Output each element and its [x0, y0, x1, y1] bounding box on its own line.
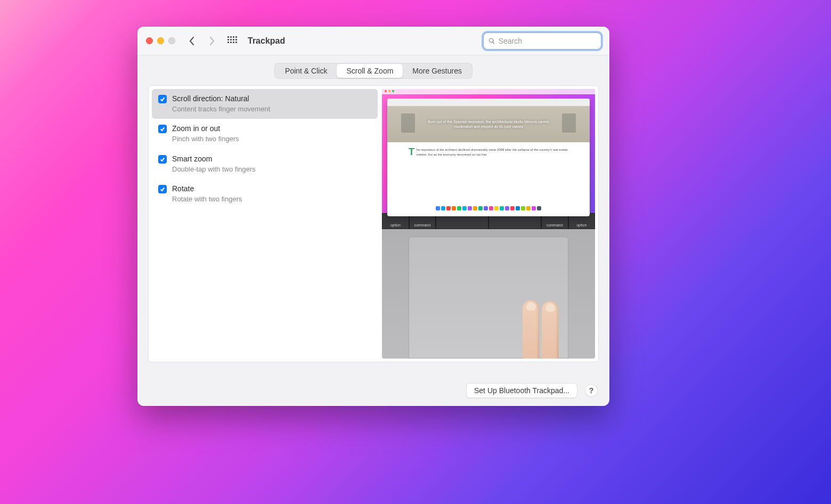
preview-trackpad-area: [382, 229, 595, 359]
help-button[interactable]: ?: [585, 384, 598, 397]
checkbox-zoom[interactable]: [158, 125, 167, 133]
option-title: Rotate: [172, 184, 242, 194]
content-area: Scroll direction: Natural Content tracks…: [148, 85, 599, 362]
nav-arrows: [188, 37, 216, 45]
tab-point-and-click[interactable]: Point & Click: [275, 64, 337, 78]
svg-rect-3: [235, 36, 237, 38]
preview-desktop: Born out of the Spanish recession, the a…: [382, 89, 595, 213]
checkmark-icon: [160, 157, 165, 162]
preview-hero-text: Born out of the Spanish recession, the a…: [428, 119, 549, 129]
search-input[interactable]: [499, 37, 596, 45]
option-rotate[interactable]: Rotate Rotate with two fingers: [152, 179, 378, 209]
option-subtitle: Rotate with two fingers: [172, 194, 242, 204]
window-controls: [146, 37, 175, 44]
checkbox-rotate[interactable]: [158, 185, 167, 193]
option-scroll-direction[interactable]: Scroll direction: Natural Content tracks…: [152, 89, 378, 119]
svg-rect-9: [230, 42, 232, 43]
tab-more-gestures[interactable]: More Gestures: [403, 64, 471, 78]
preview-browser-window: Born out of the Spanish recession, the a…: [387, 99, 590, 216]
window-title: Trackpad: [248, 36, 285, 46]
preview-dropcap: T: [409, 148, 414, 156]
close-window-button[interactable]: [146, 37, 153, 44]
finger-icon: [542, 301, 559, 359]
preview-traffic-lights: [385, 90, 394, 92]
zoom-window-button: [168, 37, 175, 44]
trackpad-preferences-window: Trackpad Point & Click Scroll & Zoom Mor…: [137, 27, 609, 406]
svg-rect-6: [233, 39, 234, 40]
preview-hero-image: Born out of the Spanish recession, the a…: [387, 106, 590, 142]
preview-hand: [492, 284, 566, 359]
preview-address-bar: [387, 99, 590, 106]
option-title: Scroll direction: Natural: [172, 94, 270, 104]
preview-dock: [388, 205, 589, 212]
option-subtitle: Pinch with two fingers: [172, 134, 239, 144]
back-button[interactable]: [188, 37, 195, 45]
checkmark-icon: [160, 96, 165, 102]
svg-rect-4: [227, 39, 229, 40]
svg-rect-0: [227, 36, 229, 38]
svg-rect-11: [235, 42, 237, 43]
preview-article: T he reputation of the architect decline…: [387, 142, 590, 162]
svg-rect-1: [230, 36, 232, 38]
options-list: Scroll direction: Natural Content tracks…: [152, 89, 378, 359]
checkbox-scroll-direction[interactable]: [158, 95, 167, 103]
checkbox-smart-zoom[interactable]: [158, 155, 167, 164]
forward-button: [208, 37, 216, 45]
svg-rect-8: [227, 42, 229, 43]
show-all-preferences-button[interactable]: [227, 36, 237, 46]
titlebar: Trackpad: [137, 27, 609, 55]
option-zoom-in-or-out[interactable]: Zoom in or out Pinch with two fingers: [152, 119, 378, 149]
setup-bluetooth-trackpad-button[interactable]: Set Up Bluetooth Trackpad...: [466, 383, 577, 398]
option-smart-zoom[interactable]: Smart zoom Double-tap with two fingers: [152, 149, 378, 179]
tabs: Point & Click Scroll & Zoom More Gesture…: [137, 55, 609, 79]
option-title: Zoom in or out: [172, 124, 239, 134]
footer: Set Up Bluetooth Trackpad... ?: [137, 375, 609, 406]
option-subtitle: Double-tap with two fingers: [172, 165, 256, 174]
preview-article-text: he reputation of the architect declined …: [417, 148, 568, 156]
preview-menubar: [382, 89, 595, 94]
option-title: Smart zoom: [172, 154, 256, 164]
search-field[interactable]: [484, 33, 601, 49]
svg-rect-7: [235, 39, 237, 40]
option-subtitle: Content tracks finger movement: [172, 104, 270, 114]
svg-rect-10: [233, 42, 234, 43]
checkmark-icon: [160, 126, 165, 132]
gesture-preview: Born out of the Spanish recession, the a…: [382, 89, 595, 359]
svg-rect-5: [230, 39, 232, 40]
svg-rect-2: [233, 36, 234, 38]
tab-scroll-and-zoom[interactable]: Scroll & Zoom: [337, 64, 403, 78]
checkmark-icon: [160, 186, 165, 192]
segmented-control: Point & Click Scroll & Zoom More Gesture…: [274, 63, 472, 79]
search-icon: [488, 37, 495, 45]
minimize-window-button[interactable]: [157, 37, 164, 44]
finger-icon: [523, 300, 540, 359]
